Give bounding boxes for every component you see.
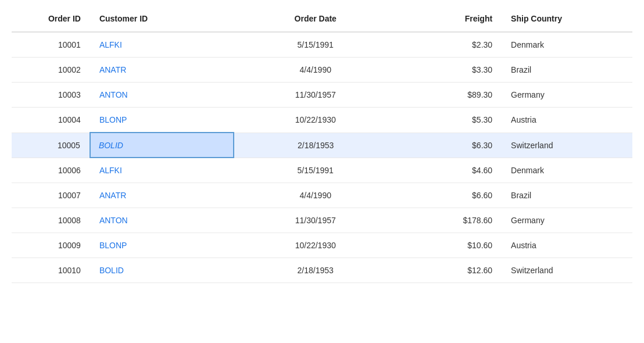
- cell-freight: $4.60: [397, 158, 502, 183]
- table-row[interactable]: 10002ANATR4/4/1990$3.30Brazil: [12, 58, 632, 83]
- cell-freight: $6.60: [397, 183, 502, 208]
- table-row[interactable]: 10007ANATR4/4/1990$6.60Brazil: [12, 183, 632, 208]
- table-row[interactable]: 10001ALFKI5/15/1991$2.30Denmark: [12, 32, 632, 58]
- table-header: Order IDCustomer IDOrder DateFreightShip…: [12, 6, 632, 32]
- cell-orderdate: 2/18/1953: [234, 258, 397, 283]
- cell-customerid[interactable]: BOLID: [90, 258, 234, 283]
- cell-freight: $5.30: [397, 108, 502, 133]
- cell-freight: $6.30: [397, 133, 502, 158]
- cell-orderdate: 10/22/1930: [234, 233, 397, 258]
- cell-customerid[interactable]: ALFKI: [90, 32, 234, 58]
- cell-orderdate: 4/4/1990: [234, 183, 397, 208]
- cell-freight: $10.60: [397, 233, 502, 258]
- cell-freight: $2.30: [397, 32, 502, 58]
- cell-orderdate: 11/30/1957: [234, 208, 397, 233]
- cell-freight: $89.30: [397, 83, 502, 108]
- cell-shipcountry: Switzerland: [502, 133, 632, 158]
- cell-customerid[interactable]: ANTON: [90, 208, 234, 233]
- cell-customerid[interactable]: BLONP: [90, 108, 234, 133]
- cell-orderdate: 4/4/1990: [234, 58, 397, 83]
- table-row[interactable]: 10008ANTON11/30/1957$178.60Germany: [12, 208, 632, 233]
- cell-shipcountry: Austria: [502, 233, 632, 258]
- cell-shipcountry: Austria: [502, 108, 632, 133]
- header-freight: Freight: [397, 6, 502, 32]
- table-row[interactable]: 10004BLONP10/22/1930$5.30Austria: [12, 108, 632, 133]
- table-row[interactable]: 10006ALFKI5/15/1991$4.60Denmark: [12, 158, 632, 183]
- cell-orderid: 10007: [12, 183, 90, 208]
- table-row[interactable]: 10009BLONP10/22/1930$10.60Austria: [12, 233, 632, 258]
- cell-customerid[interactable]: ANATR: [90, 183, 234, 208]
- cell-orderdate: 5/15/1991: [234, 158, 397, 183]
- cell-orderid: 10003: [12, 83, 90, 108]
- cell-orderdate: 10/22/1930: [234, 108, 397, 133]
- cell-orderid: 10009: [12, 233, 90, 258]
- cell-orderid: 10006: [12, 158, 90, 183]
- cell-shipcountry: Germany: [502, 208, 632, 233]
- header-row: Order IDCustomer IDOrder DateFreightShip…: [12, 6, 632, 32]
- cell-orderid: 10002: [12, 58, 90, 83]
- cell-orderid: 10005: [12, 133, 90, 158]
- header-orderid: Order ID: [12, 6, 90, 32]
- cell-customerid[interactable]: ANTON: [90, 83, 234, 108]
- header-customerid: Customer ID: [90, 6, 234, 32]
- cell-orderid: 10001: [12, 32, 90, 58]
- orders-table: Order IDCustomer IDOrder DateFreightShip…: [12, 6, 632, 283]
- cell-orderid: 10010: [12, 258, 90, 283]
- data-table: Order IDCustomer IDOrder DateFreightShip…: [12, 6, 632, 283]
- cell-orderdate: 11/30/1957: [234, 83, 397, 108]
- table-row[interactable]: 10003ANTON11/30/1957$89.30Germany: [12, 83, 632, 108]
- cell-orderid: 10008: [12, 208, 90, 233]
- header-shipcountry: Ship Country: [502, 6, 632, 32]
- cell-shipcountry: Brazil: [502, 183, 632, 208]
- cell-customerid[interactable]: ALFKI: [90, 158, 234, 183]
- cell-orderid: 10004: [12, 108, 90, 133]
- cell-orderdate: 5/15/1991: [234, 32, 397, 58]
- cell-shipcountry: Denmark: [502, 158, 632, 183]
- cell-customerid[interactable]: ANATR: [90, 58, 234, 83]
- cell-customerid[interactable]: BOLID: [90, 133, 234, 158]
- cell-freight: $12.60: [397, 258, 502, 283]
- cell-freight: $3.30: [397, 58, 502, 83]
- cell-customerid[interactable]: BLONP: [90, 233, 234, 258]
- cell-shipcountry: Denmark: [502, 32, 632, 58]
- cell-freight: $178.60: [397, 208, 502, 233]
- cell-shipcountry: Brazil: [502, 58, 632, 83]
- table-row[interactable]: 10010BOLID2/18/1953$12.60Switzerland: [12, 258, 632, 283]
- cell-shipcountry: Switzerland: [502, 258, 632, 283]
- cell-orderdate: 2/18/1953: [234, 133, 397, 158]
- header-orderdate: Order Date: [234, 6, 397, 32]
- cell-shipcountry: Germany: [502, 83, 632, 108]
- table-body: 10001ALFKI5/15/1991$2.30Denmark10002ANAT…: [12, 32, 632, 283]
- table-row[interactable]: 10005BOLID2/18/1953$6.30Switzerland: [12, 133, 632, 158]
